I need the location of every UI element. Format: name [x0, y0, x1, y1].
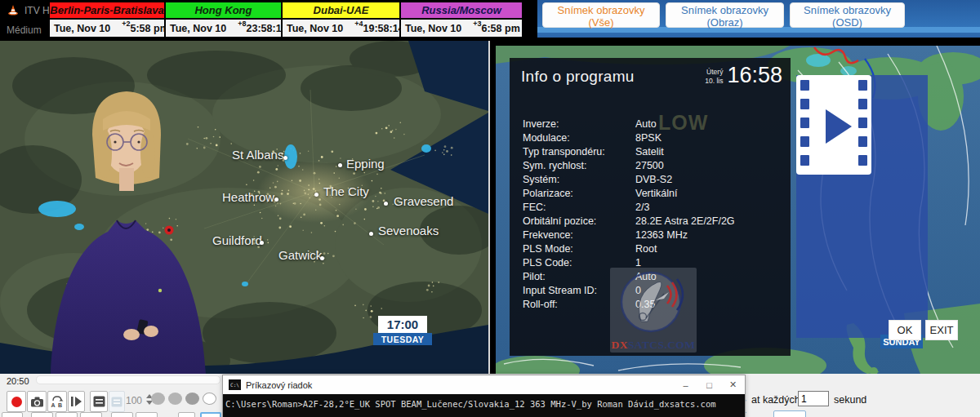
- osd-row: FEC:2/3: [523, 202, 546, 215]
- osd-row: Typ transpondéru:Satelit: [523, 146, 605, 160]
- osd-row: Input Stream ID:0: [523, 285, 597, 299]
- interval-suffix-label: sekund: [834, 394, 866, 406]
- map-town-dot: [369, 232, 373, 236]
- osd-row: Pilot:Auto: [523, 271, 546, 285]
- map-town-dot: [274, 197, 278, 202]
- pressure-low-label: LOW: [658, 111, 708, 135]
- clock-city: Russia/Moscow: [401, 2, 522, 20]
- menu-medium[interactable]: Médium: [7, 24, 42, 36]
- frame-step-icon: [70, 396, 82, 407]
- frame-step-button[interactable]: [68, 391, 85, 412]
- svg-text:A: A: [51, 402, 56, 408]
- cmd-console[interactable]: C:\Users\Roman>A2F-28,2°E_UK SPOT BEAM_L…: [223, 394, 745, 417]
- elapsed-time: 20:50: [7, 376, 29, 386]
- status-indicator-4: [203, 393, 216, 405]
- status-indicator-2: [168, 393, 182, 405]
- map-label: The City: [323, 184, 369, 198]
- toolbar-row2-button[interactable]: [111, 412, 133, 417]
- video-left-itv[interactable]: St AlbansEppingHeathrowThe CityGravesend…: [0, 41, 490, 374]
- cmd-maximize-button[interactable]: □: [697, 375, 721, 394]
- screenshot-toolbar: Snímek obrazovky (Vše)Snímek obrazovky (…: [537, 0, 980, 38]
- clock-time: Tue, Nov 10+36:58 pm: [401, 20, 522, 37]
- camera-icon: [30, 397, 44, 407]
- map-label: Gravesend: [394, 194, 453, 208]
- satellite-dish-logo: [610, 268, 697, 336]
- map-town-dot: [384, 202, 388, 206]
- save-icon: [93, 396, 105, 407]
- toolbar-row2-button-active[interactable]: [200, 412, 221, 417]
- clock-column-2: Dubai-UAETue, Nov 10+419:58:14: [283, 2, 401, 37]
- toolbar-row2-button[interactable]: [31, 412, 53, 417]
- osd-row: PLS Code:1: [523, 257, 572, 271]
- osd-row: Sym. rychlost:27500: [523, 160, 587, 174]
- osd-clock-time: 16:58: [727, 64, 782, 87]
- clock-column-0: Berlin-Paris-BratislavaTue, Nov 10+25:58…: [50, 2, 166, 37]
- map-label: Sevenoaks: [378, 224, 439, 237]
- map-label: Gatwick: [278, 248, 322, 262]
- map-town-dot: [338, 163, 342, 167]
- screenshot-button-1[interactable]: Snímek obrazovky (Obraz): [666, 2, 784, 28]
- zoom-value[interactable]: 100: [122, 395, 142, 406]
- toolbar-row2-button[interactable]: [2, 412, 23, 417]
- screenshot-button-2[interactable]: Snímek obrazovky (OSD): [790, 2, 905, 28]
- interval-prefix-label: at každých: [751, 394, 800, 406]
- clock-time: Tue, Nov 10+823:58:14: [166, 20, 281, 37]
- map-label: St Albans: [232, 148, 283, 162]
- app-window: ITV HD - Médium P Berlin-Paris-Bratislav…: [0, 0, 980, 417]
- osd-clock: Úterý10. lis 16:58: [705, 64, 782, 87]
- cmd-title: Príkazový riadok: [246, 380, 312, 390]
- toolbar-row2-button[interactable]: [136, 412, 158, 417]
- top-bar: ITV HD - Médium P Berlin-Paris-Bratislav…: [0, 0, 980, 38]
- forecast-day-badge: TUESDAY: [373, 333, 432, 345]
- record-icon: [11, 397, 22, 407]
- toolbar-row2-button[interactable]: [56, 412, 78, 417]
- osd-exit-button[interactable]: EXIT: [925, 320, 958, 340]
- toolbar-row2-button[interactable]: [80, 412, 102, 417]
- cmd-titlebar[interactable]: C:\ Príkazový riadok – □ ✕: [223, 375, 745, 394]
- osd-row: Inverze:Auto: [523, 118, 559, 132]
- svg-text:B: B: [58, 402, 62, 408]
- clock-time: Tue, Nov 10+419:58:14: [283, 20, 399, 37]
- clock-column-1: Hong KongTue, Nov 10+823:58:14: [166, 2, 283, 37]
- save-button[interactable]: [90, 391, 108, 412]
- status-indicator-3: [185, 393, 199, 405]
- clock-city: Berlin-Paris-Bratislava: [50, 2, 164, 20]
- snapshot-button[interactable]: [27, 391, 47, 412]
- forecast-time-badge: 17:00: [378, 316, 427, 333]
- map-town-dot: [314, 193, 318, 197]
- clock-time: Tue, Nov 10+25:58 pm: [50, 20, 164, 37]
- film-play-icon: [796, 75, 871, 175]
- vlc-cone-icon: [7, 4, 20, 17]
- map-town-dot: [260, 241, 264, 245]
- osd-row: Frekvence:12363 MHz: [523, 229, 573, 243]
- status-indicator-1: [151, 393, 165, 405]
- cmd-prompt-text: C:\Users\Roman>A2F-28,2°E_UK SPOT BEAM_L…: [225, 399, 716, 409]
- ab-loop-icon: A B: [51, 396, 64, 408]
- map-label: Heathrow: [222, 190, 274, 204]
- map-town-dot: [283, 156, 287, 160]
- command-prompt-window: C:\ Príkazový riadok – □ ✕ C:\Users\Roma…: [222, 375, 746, 417]
- interval-secondary-input[interactable]: [773, 410, 806, 417]
- osd-row: Orbitální pozice:28.2E Astra 2E/2F/2G: [523, 215, 596, 229]
- map-label: Guildford: [212, 233, 262, 247]
- osd-row: Modulace:8PSK: [523, 132, 570, 146]
- osd-row: Systém:DVB-S2: [523, 174, 559, 188]
- osd-ok-button[interactable]: OK: [889, 320, 921, 340]
- screenshot-button-0[interactable]: Snímek obrazovky (Vše): [542, 2, 660, 28]
- ab-loop-button[interactable]: A B: [47, 391, 67, 412]
- osd-clock-date: Úterý10. lis: [705, 68, 723, 85]
- map-town-dot: [320, 256, 324, 260]
- dxsatcs-watermark: DXSATCS.COM: [610, 268, 697, 353]
- bottom-toolbar: 20:50 A B: [0, 374, 980, 417]
- record-button[interactable]: [7, 391, 26, 412]
- cmd-minimize-button[interactable]: –: [674, 375, 697, 394]
- osd-media-panel: [796, 75, 928, 338]
- seek-bar[interactable]: [36, 375, 220, 384]
- toolbar-row2-button[interactable]: [178, 412, 195, 417]
- interval-input[interactable]: [798, 391, 829, 406]
- map-label: Epping: [346, 157, 385, 171]
- osd-row: Polarizace:Vertikální: [523, 188, 573, 202]
- world-clocks: Berlin-Paris-BratislavaTue, Nov 10+25:58…: [49, 2, 523, 38]
- clock-city: Hong Kong: [166, 2, 281, 20]
- cmd-close-button[interactable]: ✕: [721, 375, 745, 394]
